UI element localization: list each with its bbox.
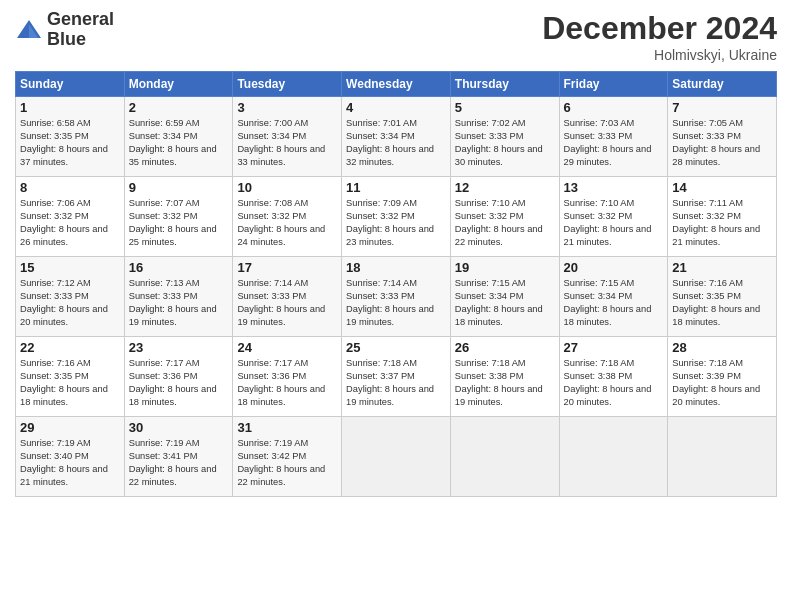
day-number: 12 [455,180,555,195]
day-number: 25 [346,340,446,355]
table-row: 21Sunrise: 7:16 AM Sunset: 3:35 PM Dayli… [668,257,777,337]
table-row: 22Sunrise: 7:16 AM Sunset: 3:35 PM Dayli… [16,337,125,417]
day-number: 19 [455,260,555,275]
table-row: 23Sunrise: 7:17 AM Sunset: 3:36 PM Dayli… [124,337,233,417]
day-number: 9 [129,180,229,195]
day-detail-text: Sunrise: 7:13 AM Sunset: 3:33 PM Dayligh… [129,277,229,329]
table-row: 10Sunrise: 7:08 AM Sunset: 3:32 PM Dayli… [233,177,342,257]
title-block: December 2024 Holmivskyi, Ukraine [542,10,777,63]
day-detail-text: Sunrise: 7:12 AM Sunset: 3:33 PM Dayligh… [20,277,120,329]
calendar-table: Sunday Monday Tuesday Wednesday Thursday… [15,71,777,497]
day-detail-text: Sunrise: 7:19 AM Sunset: 3:40 PM Dayligh… [20,437,120,489]
day-detail-text: Sunrise: 7:00 AM Sunset: 3:34 PM Dayligh… [237,117,337,169]
table-row [342,417,451,497]
table-row: 20Sunrise: 7:15 AM Sunset: 3:34 PM Dayli… [559,257,668,337]
table-row: 16Sunrise: 7:13 AM Sunset: 3:33 PM Dayli… [124,257,233,337]
day-detail-text: Sunrise: 7:16 AM Sunset: 3:35 PM Dayligh… [672,277,772,329]
day-number: 6 [564,100,664,115]
day-detail-text: Sunrise: 7:05 AM Sunset: 3:33 PM Dayligh… [672,117,772,169]
day-detail-text: Sunrise: 7:11 AM Sunset: 3:32 PM Dayligh… [672,197,772,249]
day-detail-text: Sunrise: 7:18 AM Sunset: 3:38 PM Dayligh… [564,357,664,409]
day-number: 26 [455,340,555,355]
day-detail-text: Sunrise: 7:19 AM Sunset: 3:42 PM Dayligh… [237,437,337,489]
table-row: 27Sunrise: 7:18 AM Sunset: 3:38 PM Dayli… [559,337,668,417]
day-number: 2 [129,100,229,115]
day-number: 15 [20,260,120,275]
table-row: 30Sunrise: 7:19 AM Sunset: 3:41 PM Dayli… [124,417,233,497]
day-detail-text: Sunrise: 7:17 AM Sunset: 3:36 PM Dayligh… [129,357,229,409]
table-row: 15Sunrise: 7:12 AM Sunset: 3:33 PM Dayli… [16,257,125,337]
day-number: 30 [129,420,229,435]
col-tuesday: Tuesday [233,72,342,97]
day-number: 21 [672,260,772,275]
table-row: 1Sunrise: 6:58 AM Sunset: 3:35 PM Daylig… [16,97,125,177]
col-saturday: Saturday [668,72,777,97]
table-row: 26Sunrise: 7:18 AM Sunset: 3:38 PM Dayli… [450,337,559,417]
table-row [450,417,559,497]
day-number: 31 [237,420,337,435]
day-detail-text: Sunrise: 7:10 AM Sunset: 3:32 PM Dayligh… [564,197,664,249]
table-row: 24Sunrise: 7:17 AM Sunset: 3:36 PM Dayli… [233,337,342,417]
table-row: 31Sunrise: 7:19 AM Sunset: 3:42 PM Dayli… [233,417,342,497]
col-sunday: Sunday [16,72,125,97]
day-detail-text: Sunrise: 7:14 AM Sunset: 3:33 PM Dayligh… [237,277,337,329]
table-row: 17Sunrise: 7:14 AM Sunset: 3:33 PM Dayli… [233,257,342,337]
table-row [668,417,777,497]
day-number: 29 [20,420,120,435]
day-number: 18 [346,260,446,275]
table-row: 19Sunrise: 7:15 AM Sunset: 3:34 PM Dayli… [450,257,559,337]
day-detail-text: Sunrise: 7:03 AM Sunset: 3:33 PM Dayligh… [564,117,664,169]
day-number: 1 [20,100,120,115]
day-number: 16 [129,260,229,275]
table-row: 12Sunrise: 7:10 AM Sunset: 3:32 PM Dayli… [450,177,559,257]
logo-icon [15,16,43,44]
day-number: 23 [129,340,229,355]
day-number: 20 [564,260,664,275]
calendar-week-row: 22Sunrise: 7:16 AM Sunset: 3:35 PM Dayli… [16,337,777,417]
table-row: 18Sunrise: 7:14 AM Sunset: 3:33 PM Dayli… [342,257,451,337]
table-row: 29Sunrise: 7:19 AM Sunset: 3:40 PM Dayli… [16,417,125,497]
table-row: 3Sunrise: 7:00 AM Sunset: 3:34 PM Daylig… [233,97,342,177]
day-detail-text: Sunrise: 7:08 AM Sunset: 3:32 PM Dayligh… [237,197,337,249]
table-row: 7Sunrise: 7:05 AM Sunset: 3:33 PM Daylig… [668,97,777,177]
logo-text: General Blue [47,10,114,50]
table-row: 9Sunrise: 7:07 AM Sunset: 3:32 PM Daylig… [124,177,233,257]
calendar-header-row: Sunday Monday Tuesday Wednesday Thursday… [16,72,777,97]
day-number: 8 [20,180,120,195]
day-detail-text: Sunrise: 7:09 AM Sunset: 3:32 PM Dayligh… [346,197,446,249]
day-number: 28 [672,340,772,355]
day-detail-text: Sunrise: 7:15 AM Sunset: 3:34 PM Dayligh… [455,277,555,329]
day-detail-text: Sunrise: 7:15 AM Sunset: 3:34 PM Dayligh… [564,277,664,329]
logo-line1: General [47,10,114,30]
day-detail-text: Sunrise: 7:14 AM Sunset: 3:33 PM Dayligh… [346,277,446,329]
day-detail-text: Sunrise: 7:19 AM Sunset: 3:41 PM Dayligh… [129,437,229,489]
table-row: 11Sunrise: 7:09 AM Sunset: 3:32 PM Dayli… [342,177,451,257]
table-row [559,417,668,497]
day-number: 22 [20,340,120,355]
day-detail-text: Sunrise: 7:06 AM Sunset: 3:32 PM Dayligh… [20,197,120,249]
table-row: 13Sunrise: 7:10 AM Sunset: 3:32 PM Dayli… [559,177,668,257]
day-number: 4 [346,100,446,115]
day-detail-text: Sunrise: 7:07 AM Sunset: 3:32 PM Dayligh… [129,197,229,249]
day-number: 7 [672,100,772,115]
logo-line2: Blue [47,30,114,50]
day-detail-text: Sunrise: 6:58 AM Sunset: 3:35 PM Dayligh… [20,117,120,169]
table-row: 28Sunrise: 7:18 AM Sunset: 3:39 PM Dayli… [668,337,777,417]
day-detail-text: Sunrise: 7:10 AM Sunset: 3:32 PM Dayligh… [455,197,555,249]
page-container: General Blue December 2024 Holmivskyi, U… [0,0,792,505]
page-header: General Blue December 2024 Holmivskyi, U… [15,10,777,63]
col-thursday: Thursday [450,72,559,97]
table-row: 6Sunrise: 7:03 AM Sunset: 3:33 PM Daylig… [559,97,668,177]
day-detail-text: Sunrise: 7:01 AM Sunset: 3:34 PM Dayligh… [346,117,446,169]
location-subtitle: Holmivskyi, Ukraine [542,47,777,63]
day-detail-text: Sunrise: 7:18 AM Sunset: 3:37 PM Dayligh… [346,357,446,409]
table-row: 4Sunrise: 7:01 AM Sunset: 3:34 PM Daylig… [342,97,451,177]
day-number: 3 [237,100,337,115]
day-detail-text: Sunrise: 7:18 AM Sunset: 3:39 PM Dayligh… [672,357,772,409]
month-title: December 2024 [542,10,777,47]
day-number: 5 [455,100,555,115]
day-number: 27 [564,340,664,355]
day-detail-text: Sunrise: 7:18 AM Sunset: 3:38 PM Dayligh… [455,357,555,409]
day-detail-text: Sunrise: 7:02 AM Sunset: 3:33 PM Dayligh… [455,117,555,169]
table-row: 5Sunrise: 7:02 AM Sunset: 3:33 PM Daylig… [450,97,559,177]
